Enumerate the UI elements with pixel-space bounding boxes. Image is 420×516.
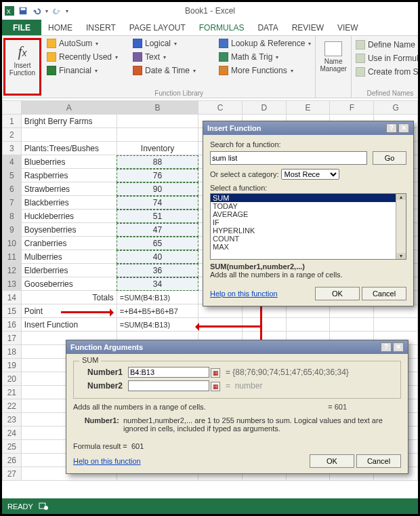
lib-more-functions[interactable]: More Functions▾ (219, 64, 311, 77)
macro-record-icon[interactable] (39, 501, 48, 512)
cell-A6[interactable]: Strawberries (21, 182, 117, 196)
row-header-7[interactable]: 7 (3, 196, 22, 210)
row-header-21[interactable]: 21 (3, 386, 22, 399)
lib-logical[interactable]: Logical▾ (133, 37, 211, 49)
function-listbox[interactable]: SUMTODAYAVERAGEIFHYPERLINKCOUNTMAX▴▾ (210, 193, 406, 260)
defn-define-name[interactable]: Define Name (356, 39, 420, 51)
cell-F16[interactable] (330, 318, 374, 332)
undo-icon[interactable] (32, 6, 41, 16)
cell-B12[interactable]: 36 (117, 264, 198, 277)
cell-A12[interactable]: Elderberries (21, 264, 117, 277)
col-header-F[interactable]: F (330, 101, 374, 115)
row-header-9[interactable]: 9 (3, 223, 22, 237)
row-header-10[interactable]: 10 (3, 237, 22, 250)
row-header-22[interactable]: 22 (3, 399, 22, 413)
cell-B3[interactable]: Inventory (117, 142, 198, 155)
cell-B8[interactable]: 51 (117, 210, 198, 223)
scrollbar[interactable]: ▴▾ (396, 194, 406, 259)
range-picker-icon[interactable]: ▦ (211, 368, 220, 378)
cell-A3[interactable]: Plants:Trees/Bushes (21, 142, 117, 155)
tab-data[interactable]: DATA (251, 20, 285, 35)
dialog-title-bar[interactable]: Insert Function ? ✕ (203, 121, 413, 135)
row-header-18[interactable]: 18 (3, 345, 22, 359)
save-icon[interactable] (18, 6, 28, 16)
go-button[interactable]: Go (373, 151, 406, 165)
cell-A1[interactable]: Bright Berry Farms (21, 115, 117, 128)
cell-B9[interactable]: 47 (117, 223, 198, 237)
col-header-D[interactable]: D (242, 101, 286, 115)
help-link[interactable]: Help on this function (73, 457, 141, 465)
dialog-title-bar[interactable]: Function Arguments ? ✕ (66, 340, 408, 354)
row-header-2[interactable]: 2 (3, 128, 22, 142)
cell-A14[interactable]: Totals (21, 291, 117, 304)
lib-text[interactable]: Text▾ (133, 51, 211, 63)
row-header-1[interactable]: 1 (3, 115, 22, 128)
cell-B11[interactable]: 40 (117, 250, 198, 264)
cell-A16[interactable]: Insert Function (21, 318, 117, 332)
row-header-13[interactable]: 13 (3, 277, 22, 291)
cell-B5[interactable]: 76 (117, 169, 198, 182)
tab-insert[interactable]: INSERT (79, 20, 123, 35)
row-header-24[interactable]: 24 (3, 426, 22, 440)
col-header-E[interactable]: E (286, 101, 330, 115)
search-input[interactable] (210, 151, 367, 165)
row-header-8[interactable]: 8 (3, 210, 22, 223)
function-option-today[interactable]: TODAY (211, 202, 406, 210)
cell-B16[interactable]: =SUM(B4:B13) (117, 318, 198, 332)
tab-view[interactable]: VIEW (331, 20, 365, 35)
col-header-A[interactable]: A (21, 101, 117, 115)
cancel-button[interactable]: Cancel (362, 287, 406, 300)
help-icon[interactable]: ? (381, 342, 392, 352)
row-header-19[interactable]: 19 (3, 359, 22, 372)
row-header-6[interactable]: 6 (3, 182, 22, 196)
tab-formulas[interactable]: FORMULAS (192, 20, 251, 35)
cell-A10[interactable]: Cranberries (21, 237, 117, 250)
row-header-27[interactable]: 27 (3, 467, 22, 481)
insert-function-button[interactable]: fx Insert Function (3, 38, 41, 96)
name-manager-button[interactable] (324, 41, 342, 56)
cell-G16[interactable] (374, 318, 418, 332)
lib-math-trig[interactable]: Math & Trig▾ (219, 51, 311, 63)
function-option-hyperlink[interactable]: HYPERLINK (211, 226, 406, 235)
cell-B2[interactable] (117, 128, 198, 142)
cell-B4[interactable]: 88 (117, 155, 198, 169)
row-header-25[interactable]: 25 (3, 440, 22, 454)
defn-create-from-sel[interactable]: Create from Sel (356, 66, 420, 78)
tab-review[interactable]: REVIEW (285, 20, 331, 35)
cell-B15[interactable]: =+B4+B5+B6+B7 (117, 304, 198, 318)
number2-input[interactable] (128, 380, 209, 391)
cell-A13[interactable]: Gooseberries (21, 277, 117, 291)
cancel-button[interactable]: Cancel (356, 454, 401, 468)
row-header-14[interactable]: 14 (3, 291, 22, 304)
cell-C16[interactable] (198, 318, 243, 332)
col-header-C[interactable]: C (198, 101, 243, 115)
row-header-12[interactable]: 12 (3, 264, 22, 277)
help-icon[interactable]: ? (386, 123, 397, 133)
cell-B13[interactable]: 34 (117, 277, 198, 291)
lib-lookup-reference[interactable]: Lookup & Reference▾ (219, 37, 311, 49)
cell-B10[interactable]: 65 (117, 237, 198, 250)
undo-dropdown[interactable]: ▾ (45, 8, 48, 14)
tab-page-layout[interactable]: PAGE LAYOUT (123, 20, 192, 35)
row-header-26[interactable]: 26 (3, 454, 22, 467)
function-option-count[interactable]: COUNT (211, 235, 406, 243)
row-header-3[interactable]: 3 (3, 142, 22, 155)
cell-B7[interactable]: 74 (117, 196, 198, 210)
col-header-B[interactable]: B (117, 101, 198, 115)
range-picker-icon[interactable]: ▦ (211, 382, 220, 391)
function-option-sum[interactable]: SUM (211, 194, 406, 202)
function-option-if[interactable]: IF (211, 218, 406, 226)
lib-autosum[interactable]: AutoSum▾ (47, 37, 125, 49)
cell-A4[interactable]: Blueberries (21, 155, 117, 169)
cell-E16[interactable] (286, 318, 330, 332)
row-header-11[interactable]: 11 (3, 250, 22, 264)
close-icon[interactable]: ✕ (398, 123, 409, 133)
lib-financial[interactable]: Financial▾ (47, 64, 125, 77)
defn-use-in-formula[interactable]: Use in Formula (356, 52, 420, 64)
function-option-max[interactable]: MAX (211, 243, 406, 251)
col-header-G[interactable]: G (374, 101, 418, 115)
cell-A11[interactable]: Mulberries (21, 250, 117, 264)
cell-B6[interactable]: 90 (117, 182, 198, 196)
category-select[interactable]: Most Rece (281, 169, 339, 180)
cell-A8[interactable]: Huckleberries (21, 210, 117, 223)
